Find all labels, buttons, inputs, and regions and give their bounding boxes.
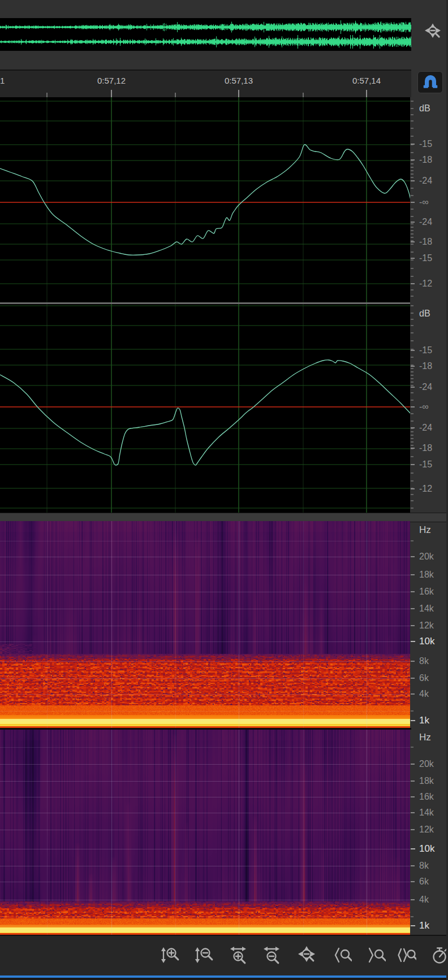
ruler-time-label: 0:57,14 — [352, 76, 381, 85]
zoom-out-vertical-button[interactable] — [192, 945, 215, 968]
db-scale-tick — [411, 289, 413, 290]
db-scale-tick — [411, 159, 415, 161]
waveform-channel-right[interactable] — [0, 304, 410, 513]
waveform-channel-left[interactable] — [0, 97, 410, 302]
hz-scale-tick — [411, 591, 415, 592]
db-scale-tick — [411, 170, 413, 171]
ruler-major-tick — [238, 90, 239, 97]
db-scale-label: -15 — [419, 139, 432, 149]
db-scale-tick — [411, 435, 413, 436]
hz-scale-label: 4k — [419, 689, 429, 699]
hz-scale-header: Hz — [419, 524, 431, 536]
db-scale-label: -15 — [419, 459, 432, 470]
hz-scale-tick — [411, 693, 415, 695]
db-scale-tick — [411, 222, 415, 223]
snap-toggle-button[interactable] — [417, 71, 443, 93]
hz-scale-label: 18k — [419, 776, 434, 786]
hz-scale-label: 8k — [419, 656, 429, 666]
db-scale-tick — [411, 464, 415, 465]
db-scale-tick — [411, 357, 413, 358]
hz-scale-label: 18k — [419, 570, 434, 580]
db-scale-tick — [411, 202, 415, 203]
zoom-to-selection-button[interactable] — [395, 945, 417, 968]
zoom-in-left-edge-button[interactable] — [330, 945, 353, 968]
db-scale-tick — [411, 296, 413, 297]
db-scale-tick — [411, 366, 415, 367]
zoom-out-vertical-icon — [193, 945, 214, 968]
zoom-reset-icon — [296, 945, 317, 968]
db-scale-tick — [411, 180, 415, 181]
db-scale-tick — [411, 167, 413, 168]
overview-waveform[interactable] — [0, 18, 411, 51]
time-display-settings-button[interactable] — [428, 945, 448, 968]
timeline-ruler[interactable]: 10:57,120:57,130:57,14 — [0, 70, 411, 97]
hz-scale-label: 1k — [419, 920, 429, 931]
db-scale-tick — [411, 387, 415, 388]
hz-scale-label: 12k — [419, 621, 434, 631]
db-scale-tick — [411, 188, 413, 189]
db-scale-label: -18 — [419, 443, 432, 453]
db-scale-tick — [411, 230, 413, 231]
spectrogram-channel-right[interactable] — [0, 730, 410, 935]
hz-scale-label: 14k — [419, 604, 434, 614]
db-scale-tick — [411, 431, 413, 432]
db-scale-label: -15 — [419, 345, 432, 355]
hz-scale-tick — [411, 678, 415, 679]
window-bottom-edge — [0, 978, 448, 980]
db-scale-tick — [411, 305, 413, 306]
db-scale-tick — [411, 259, 413, 261]
db-scale-tick — [411, 114, 413, 115]
db-scale-tick — [411, 319, 413, 320]
db-scale-label: -24 — [419, 176, 432, 186]
db-scale-tick — [411, 244, 413, 245]
hz-scale-tick — [411, 608, 415, 609]
ruler-major-tick — [111, 90, 112, 97]
hz-scale-tick — [411, 848, 415, 849]
db-scale-label: -∞ — [419, 197, 429, 207]
zoom-reset-button[interactable] — [295, 945, 318, 968]
db-scale-tick — [411, 456, 413, 457]
db-scale-tick — [411, 350, 415, 351]
db-scale-tick — [411, 508, 413, 509]
zoom-in-right-edge-button[interactable] — [364, 945, 387, 968]
ruler-time-label: 1 — [0, 76, 5, 85]
db-scale-tick — [411, 216, 413, 217]
db-scale-tick — [411, 174, 413, 175]
db-scale-tick — [411, 375, 413, 376]
hz-scale-tick — [411, 720, 415, 721]
hz-scale-tick — [411, 556, 415, 557]
time-display-settings-icon — [429, 945, 448, 968]
overview-zoom-out-button[interactable] — [423, 24, 445, 45]
hz-scale-label: 10k — [419, 636, 434, 647]
db-scale-tick — [411, 136, 413, 137]
db-scale-tick — [411, 413, 413, 414]
db-scale-label: -24 — [419, 217, 432, 227]
db-scale-header: dB — [419, 103, 430, 114]
hz-scale-label: 20k — [419, 552, 434, 562]
hz-scale-tick — [411, 916, 413, 917]
hz-scale-label: 10k — [419, 843, 434, 855]
db-scale-tick — [411, 500, 413, 501]
hz-scale-tick — [411, 625, 415, 626]
db-scale-tick — [411, 488, 415, 489]
db-scale-tick — [411, 195, 413, 196]
db-scale-tick — [411, 313, 413, 314]
db-scale-tick — [411, 152, 413, 153]
db-scale-tick — [411, 441, 413, 443]
db-scale-tick — [411, 400, 413, 401]
db-scale-tick — [411, 427, 415, 428]
ruler-minor-tick — [46, 93, 48, 97]
hz-scale-tick — [411, 881, 415, 882]
db-scale-tick — [411, 128, 413, 129]
db-scale-tick — [411, 392, 413, 393]
hz-scale-label: 14k — [419, 808, 434, 818]
db-scale-tick — [411, 177, 413, 178]
zoom-in-vertical-button[interactable] — [158, 945, 181, 968]
hz-scale-tick — [411, 899, 415, 900]
db-scale-tick — [411, 223, 413, 224]
spectrogram-channel-left[interactable] — [0, 521, 410, 728]
db-scale-tick — [411, 227, 413, 228]
zoom-in-horizontal-button[interactable] — [227, 945, 249, 968]
magnet-icon — [419, 71, 442, 93]
zoom-out-horizontal-button[interactable] — [260, 945, 283, 968]
